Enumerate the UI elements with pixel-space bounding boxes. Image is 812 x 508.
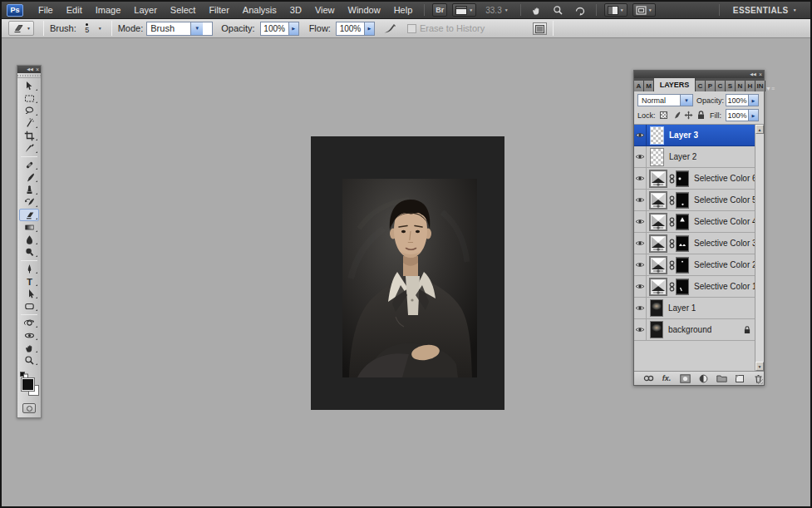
rectangular-marquee-tool[interactable] xyxy=(19,92,39,105)
tool-preset-picker[interactable]: ▼ xyxy=(8,21,34,36)
gradient-tool[interactable] xyxy=(19,221,39,234)
layer-style-button[interactable]: fx. xyxy=(661,373,672,384)
tab-c[interactable]: C xyxy=(696,81,706,91)
visibility-toggle[interactable] xyxy=(634,168,647,189)
layer-row-selective-color-2[interactable]: Selective Color 2 xyxy=(634,254,755,276)
layer-row-selective-color-6[interactable]: Selective Color 6 xyxy=(634,168,755,190)
layer-thumbnail[interactable] xyxy=(650,126,664,145)
screen-mode-button[interactable]: ▼ xyxy=(632,3,656,17)
menu-3d[interactable]: 3D xyxy=(283,2,308,19)
visibility-toggle[interactable] xyxy=(634,190,647,210)
new-layer-button[interactable] xyxy=(734,373,746,384)
layer-thumbnail[interactable] xyxy=(650,148,664,166)
mode-select[interactable]: Brush ▼ xyxy=(146,22,213,36)
visibility-toggle[interactable] xyxy=(634,146,647,167)
brush-preset-picker[interactable]: 5 xyxy=(80,20,95,37)
dodge-tool[interactable] xyxy=(19,246,39,259)
adjustment-layer-thumbnail[interactable] xyxy=(649,170,667,188)
menu-filter[interactable]: Filter xyxy=(202,2,235,19)
tab-c[interactable]: C xyxy=(716,81,726,91)
layer-mask-thumbnail[interactable] xyxy=(676,279,689,295)
layer-thumbnail[interactable] xyxy=(650,299,663,317)
scroll-down-button[interactable]: ▼ xyxy=(755,362,764,371)
layer-row-layer-3[interactable]: Layer 3 xyxy=(634,125,755,146)
move-tool[interactable] xyxy=(19,80,39,92)
chevron-down-icon[interactable]: ▼ xyxy=(98,26,102,31)
eraser-tool[interactable] xyxy=(19,209,39,221)
flow-field[interactable]: 100% ▶ xyxy=(336,22,375,36)
layer-mask-thumbnail[interactable] xyxy=(676,170,689,187)
select-dropdown-button[interactable]: ▼ xyxy=(680,95,692,106)
visibility-toggle[interactable] xyxy=(634,319,647,340)
tab-p[interactable]: P xyxy=(706,81,716,91)
layer-row-selective-color-1[interactable]: Selective Color 1 xyxy=(634,276,755,298)
opacity-field[interactable]: 100% ▶ xyxy=(260,22,299,36)
visibility-toggle[interactable] xyxy=(634,276,647,297)
visibility-toggle[interactable] xyxy=(634,233,647,254)
arrange-documents-button[interactable]: ▼ xyxy=(604,3,627,17)
menu-image[interactable]: Image xyxy=(89,2,128,19)
menu-window[interactable]: Window xyxy=(342,2,387,19)
menu-layer[interactable]: Layer xyxy=(127,2,164,19)
tab-s[interactable]: S xyxy=(726,81,736,91)
layer-row-selective-color-3[interactable]: Selective Color 3 xyxy=(634,233,755,254)
tab-m[interactable]: M xyxy=(644,81,654,91)
foreground-color-swatch[interactable] xyxy=(22,378,34,391)
adjustment-layer-thumbnail[interactable] xyxy=(649,234,667,253)
blur-tool[interactable] xyxy=(19,234,39,246)
layer-row-selective-color-5[interactable]: Selective Color 5 xyxy=(634,190,755,211)
lock-pixels-button[interactable] xyxy=(672,111,681,120)
link-layers-button[interactable] xyxy=(642,373,654,384)
crop-tool[interactable] xyxy=(19,130,39,142)
path-selection-tool[interactable] xyxy=(19,288,39,300)
history-brush-tool[interactable] xyxy=(19,196,39,209)
rotate-view-button[interactable] xyxy=(572,3,588,17)
toggle-brushes-panel-button[interactable] xyxy=(533,22,547,35)
visibility-toggle[interactable] xyxy=(634,211,647,232)
fill-slider-button[interactable]: ▶ xyxy=(748,110,758,121)
panel-menu-icon[interactable]: ▼≡ xyxy=(765,86,775,91)
quick-mask-button[interactable] xyxy=(22,403,36,413)
layer-row-selective-color-4[interactable]: Selective Color 4 xyxy=(634,211,755,233)
menu-analysis[interactable]: Analysis xyxy=(236,2,283,19)
zoom-tool[interactable] xyxy=(19,354,39,367)
scroll-up-button[interactable]: ▲ xyxy=(755,125,764,134)
pen-tool[interactable] xyxy=(19,263,39,275)
layer-mask-thumbnail[interactable] xyxy=(676,235,689,252)
layer-thumbnail[interactable] xyxy=(650,321,663,338)
hand-tool[interactable] xyxy=(19,342,39,354)
flow-slider-button[interactable]: ▶ xyxy=(364,22,374,35)
workspace-switcher[interactable]: ESSENTIALS ▼ xyxy=(725,6,805,15)
lasso-tool[interactable] xyxy=(19,105,39,117)
close-panel-icon[interactable]: × xyxy=(759,72,762,77)
hand-tool-button[interactable] xyxy=(529,3,545,17)
eyedropper-tool[interactable] xyxy=(19,142,39,155)
layer-row-layer-2[interactable]: Layer 2 xyxy=(634,146,755,168)
adjustment-layer-thumbnail[interactable] xyxy=(649,256,667,274)
launch-bridge-button[interactable]: Br xyxy=(432,3,447,17)
brush-tool[interactable] xyxy=(19,171,39,184)
adjustment-layer-thumbnail[interactable] xyxy=(649,213,667,231)
3d-orbit-tool[interactable] xyxy=(19,329,39,342)
visibility-toggle[interactable] xyxy=(634,125,647,145)
airbrush-button[interactable] xyxy=(381,22,398,36)
menu-view[interactable]: View xyxy=(308,2,342,19)
quick-selection-tool[interactable] xyxy=(19,117,39,130)
clone-stamp-tool[interactable] xyxy=(19,184,39,196)
layer-mask-thumbnail[interactable] xyxy=(676,192,689,209)
visibility-toggle[interactable] xyxy=(634,298,647,318)
lock-position-button[interactable] xyxy=(684,111,693,120)
tab-a[interactable]: A xyxy=(634,81,644,91)
layers-opacity-field[interactable]: 100% ▶ xyxy=(726,94,759,106)
portrait-photo[interactable] xyxy=(342,179,477,377)
layers-scrollbar[interactable]: ▲ ▼ xyxy=(755,125,764,371)
layer-mask-thumbnail[interactable] xyxy=(676,257,689,274)
tab-layers[interactable]: LAYERS xyxy=(654,78,696,91)
layer-mask-thumbnail[interactable] xyxy=(676,214,689,230)
zoom-tool-button[interactable] xyxy=(550,3,567,17)
spot-healing-brush-tool[interactable] xyxy=(19,159,39,171)
tab-n[interactable]: N xyxy=(736,81,746,91)
lock-all-button[interactable] xyxy=(696,111,706,120)
3d-rotate-tool[interactable] xyxy=(19,317,39,329)
new-group-button[interactable] xyxy=(716,373,727,384)
